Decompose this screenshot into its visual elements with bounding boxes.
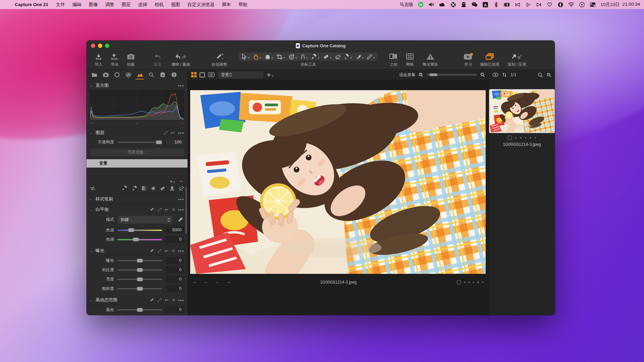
panel-scrollbar[interactable] xyxy=(185,187,187,234)
thumb-rating-dot[interactable] xyxy=(530,137,531,139)
opacity-slider[interactable] xyxy=(117,140,162,144)
menu-view[interactable]: 视图 xyxy=(167,2,184,8)
wb-mode-dropdown[interactable]: 拍摄 xyxy=(117,216,173,224)
background-layer-row[interactable]: 背景 xyxy=(87,159,187,168)
remove-layer-button[interactable]: − xyxy=(180,178,183,184)
tint-slider[interactable] xyxy=(117,237,162,242)
battery-charging-icon[interactable] xyxy=(504,2,509,7)
layer-radial-gradient-icon[interactable] xyxy=(151,186,156,191)
wb-auto-icon[interactable]: ✦ xyxy=(150,207,154,212)
media-previous-icon[interactable] xyxy=(515,2,520,7)
minimize-button[interactable] xyxy=(98,44,102,48)
tab-metadata[interactable] xyxy=(158,70,168,79)
wb-more-icon[interactable]: ••• xyxy=(178,207,184,212)
wheel-app-icon[interactable] xyxy=(450,2,456,7)
bluetooth-icon[interactable] xyxy=(493,2,499,7)
hdr-reset-icon[interactable]: ↩ xyxy=(165,298,169,302)
menubar-time[interactable]: 21:00:34 xyxy=(622,2,640,8)
tab-details[interactable] xyxy=(146,70,156,79)
export-button[interactable]: 导出 xyxy=(107,53,122,67)
wb-reset-icon[interactable]: ↩ xyxy=(165,207,169,212)
browser-eye-icon[interactable] xyxy=(492,73,498,77)
rating-dot[interactable] xyxy=(473,282,475,283)
multi-view-icon[interactable] xyxy=(191,72,197,77)
saturation-value[interactable]: 0 xyxy=(165,285,184,292)
opacity-value[interactable]: 100 xyxy=(165,139,184,145)
cloud-app-icon[interactable] xyxy=(439,2,445,7)
zoom-out-icon[interactable] xyxy=(418,72,424,77)
wb-expand-icon[interactable]: ⤢ xyxy=(158,207,161,212)
pan-tool-active[interactable] xyxy=(253,54,261,60)
layer-clone-icon[interactable] xyxy=(170,186,174,191)
close-button[interactable] xyxy=(91,44,95,48)
rating-dot[interactable] xyxy=(477,282,479,283)
tab-color[interactable] xyxy=(123,70,133,79)
layer-erase-icon[interactable] xyxy=(179,186,184,190)
style-brush-header[interactable]: › 样式笔刷 ••• xyxy=(87,194,187,204)
rotate-tool[interactable] xyxy=(288,54,297,60)
viewer-layer-dropdown[interactable]: 背景 xyxy=(218,71,264,79)
capture-button[interactable]: 拍摄 xyxy=(123,53,138,67)
layer-adjust-icon[interactable] xyxy=(90,186,95,190)
erase-tool[interactable] xyxy=(335,54,341,59)
before-after-button[interactable]: 之前 xyxy=(386,53,401,67)
heart-icon[interactable] xyxy=(547,2,552,7)
exposure-warning-button[interactable]: 曝光警告 xyxy=(419,53,442,67)
menu-help[interactable]: 帮助 xyxy=(235,2,251,8)
brush-tool[interactable] xyxy=(311,54,320,60)
layers-expand-icon[interactable]: ⤢ xyxy=(164,130,167,135)
exp-presets-icon[interactable]: ≡ xyxy=(172,248,175,253)
exposure-header[interactable]: ⌄ 曝光 ✦ ⤢ ↩ ≡ ••• xyxy=(87,245,187,256)
tab-capture[interactable] xyxy=(101,70,111,79)
saturation-slider[interactable] xyxy=(117,286,162,291)
draw-mask-tool[interactable] xyxy=(344,54,352,59)
browser-search-icon[interactable] xyxy=(538,72,543,77)
menu-custom-browser[interactable]: 自定义浏览器 xyxy=(184,2,218,8)
exposure-value[interactable]: 0 xyxy=(165,257,184,264)
loupe-tool[interactable] xyxy=(265,54,273,59)
grid-button[interactable]: 网格 xyxy=(402,53,417,67)
tab-exposure-active[interactable] xyxy=(135,70,145,79)
menu-adjust[interactable]: 调整 xyxy=(102,2,118,8)
hdr-header[interactable]: ⌄ 高动态范围 ✦ ⤢ ↩ ≡ ••• xyxy=(87,295,187,305)
hdr-presets-icon[interactable]: ≡ xyxy=(172,298,175,302)
layers-header[interactable]: ⌄ 图层 ⤢ ↩ ••• xyxy=(87,127,187,137)
proof-view-icon[interactable] xyxy=(208,72,215,77)
highlight-value[interactable]: 0 xyxy=(165,306,184,313)
histogram-header[interactable]: ⌄ 直方图 ••• xyxy=(87,80,187,90)
thumbnail-selected[interactable] xyxy=(489,89,555,133)
wifi-icon[interactable] xyxy=(568,2,574,7)
layer-heal-icon[interactable] xyxy=(160,186,165,191)
tint-value[interactable]: 0 xyxy=(165,236,184,243)
straighten-tool[interactable] xyxy=(301,54,308,59)
netease-music-icon[interactable]: N xyxy=(418,2,424,7)
thumb-rating-dot[interactable] xyxy=(515,137,517,139)
add-layer-button[interactable]: + xyxy=(169,178,175,184)
qq-icon[interactable] xyxy=(461,2,467,7)
select-tool[interactable] xyxy=(241,54,250,60)
crop-tool[interactable] xyxy=(277,54,285,60)
temp-slider[interactable] xyxy=(117,228,162,232)
rating-dot[interactable] xyxy=(468,282,470,283)
white-balance-header[interactable]: ⌄ 白平衡 ✦ ⤢ ↩ ≡ ••• xyxy=(87,204,187,214)
rating-dot[interactable] xyxy=(482,282,484,283)
exp-expand-icon[interactable]: ⤢ xyxy=(158,248,161,253)
control-center-icon[interactable] xyxy=(590,2,595,7)
reset-button[interactable]: 重置 xyxy=(150,53,165,67)
layer-list-empty[interactable] xyxy=(87,168,187,178)
exposure-slider[interactable] xyxy=(117,258,162,263)
layers-reset-icon[interactable]: ↩ xyxy=(171,130,175,135)
wb-presets-icon[interactable]: ≡ xyxy=(172,207,175,212)
fill-mask-tool[interactable] xyxy=(356,54,364,59)
exp-more-icon[interactable]: ••• xyxy=(178,248,184,253)
menu-select[interactable]: 选择 xyxy=(135,2,151,8)
learn-button[interactable]: 学习 xyxy=(461,53,476,67)
viewer-tag-checkbox[interactable] xyxy=(457,280,461,284)
luma-range-button[interactable]: 亮度范围... xyxy=(90,148,184,157)
app-menu-title[interactable]: Capture One 21 xyxy=(11,2,52,7)
add-view-icon[interactable] xyxy=(267,73,274,77)
thumbnail-checkbox[interactable] xyxy=(508,136,512,140)
menu-layer[interactable]: 图层 xyxy=(118,2,135,8)
hdr-expand-icon[interactable]: ⤢ xyxy=(158,298,161,302)
hdr-more-icon[interactable]: ••• xyxy=(178,298,184,303)
